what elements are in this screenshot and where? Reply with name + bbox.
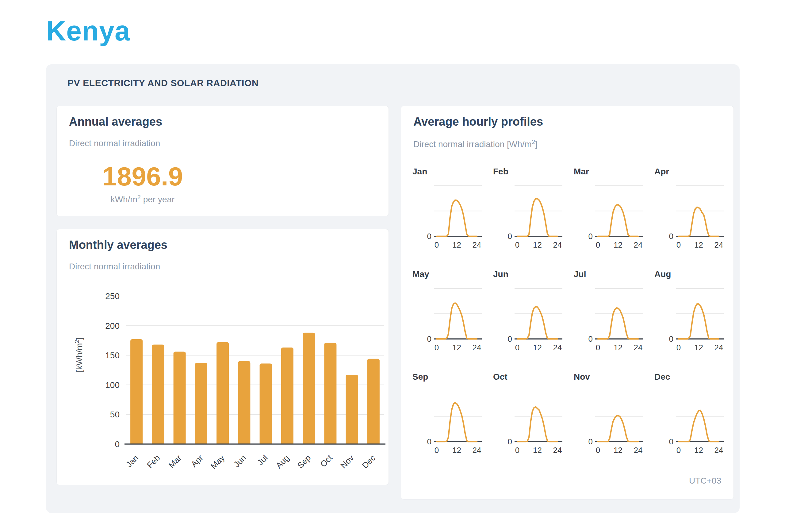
annual-unit-rest: per year xyxy=(141,194,175,204)
bar-apr xyxy=(195,363,207,444)
hourly-profile-dec: Dec001224 xyxy=(654,371,728,460)
profile-xtick-24: 24 xyxy=(553,343,562,352)
bar-xtick-apr: Apr xyxy=(189,453,205,469)
profile-xtick-0: 0 xyxy=(515,446,520,455)
bar-jun xyxy=(238,361,250,444)
page-title: Kenya xyxy=(46,15,130,47)
hourly-profile-jan: Jan001224 xyxy=(412,166,486,255)
profile-curve-may xyxy=(437,303,477,339)
annual-subtitle: Direct normal irradiation xyxy=(69,138,160,148)
hourly-profile-chart-jan[interactable]: 001224 xyxy=(412,180,486,253)
profile-ytick-0: 0 xyxy=(427,437,431,446)
annual-title: Annual averages xyxy=(69,115,162,128)
profile-ytick-0: 0 xyxy=(669,334,674,344)
hourly-profile-chart-apr[interactable]: 001224 xyxy=(654,180,728,253)
profile-xtick-24: 24 xyxy=(634,343,643,352)
profile-xtick-12: 12 xyxy=(614,343,623,352)
profile-curve-nov xyxy=(598,416,638,442)
hourly-profile-chart-oct[interactable]: 001224 xyxy=(493,385,567,458)
hourly-profile-chart-feb[interactable]: 001224 xyxy=(493,180,567,253)
annual-unit-sup: 2 xyxy=(137,194,141,201)
profile-xtick-0: 0 xyxy=(677,343,681,352)
profile-curve-jul xyxy=(598,308,638,339)
bar-ytick-200: 200 xyxy=(105,321,120,331)
page: Kenya PV ELECTRICITY AND SOLAR RADIATION… xyxy=(0,0,785,532)
month-label-aug: Aug xyxy=(654,268,728,282)
hourly-profile-aug: Aug001224 xyxy=(654,268,728,357)
bar-oct xyxy=(324,343,336,444)
bar-nov xyxy=(346,375,358,444)
profile-xtick-12: 12 xyxy=(614,240,623,249)
hourly-profile-chart-aug[interactable]: 001224 xyxy=(654,282,728,356)
month-label-jul: Jul xyxy=(574,268,647,282)
profile-xtick-12: 12 xyxy=(614,446,623,455)
profile-xtick-0: 0 xyxy=(434,446,439,455)
hourly-profile-chart-mar[interactable]: 001224 xyxy=(574,180,647,253)
bar-ytick-100: 100 xyxy=(105,380,120,390)
profile-curve-feb xyxy=(517,198,557,236)
profile-xtick-12: 12 xyxy=(452,240,461,249)
hourly-profile-chart-jul[interactable]: 001224 xyxy=(574,282,647,356)
profile-ytick-0: 0 xyxy=(508,232,512,241)
hourly-subtitle-base: Direct normal irradiation [Wh/m xyxy=(413,139,532,149)
profile-xtick-12: 12 xyxy=(533,343,542,352)
profile-xtick-24: 24 xyxy=(714,240,724,249)
hourly-subtitle: Direct normal irradiation [Wh/m2] xyxy=(413,138,537,149)
hourly-profile-mar: Mar001224 xyxy=(574,166,647,255)
monthly-bar-chart[interactable]: 050100150200250[kWh/m2]JanFebMarAprMayJu… xyxy=(57,275,388,484)
hourly-profile-apr: Apr001224 xyxy=(654,166,728,255)
profile-xtick-0: 0 xyxy=(677,446,681,455)
bar-jul xyxy=(260,364,272,444)
month-label-nov: Nov xyxy=(574,371,647,385)
hourly-title: Average hourly profiles xyxy=(413,115,543,128)
hourly-profile-jul: Jul001224 xyxy=(574,268,647,357)
bar-xtick-nov: Nov xyxy=(339,453,356,471)
profile-xtick-12: 12 xyxy=(533,240,542,249)
profile-xtick-0: 0 xyxy=(434,240,439,249)
profile-curve-aug xyxy=(679,304,719,339)
hourly-profile-chart-sep[interactable]: 001224 xyxy=(412,385,486,458)
profile-xtick-12: 12 xyxy=(694,446,703,455)
bar-xtick-may: May xyxy=(209,453,227,471)
hourly-profile-chart-nov[interactable]: 001224 xyxy=(574,385,647,458)
month-label-jan: Jan xyxy=(412,166,486,180)
hourly-profile-chart-dec[interactable]: 001224 xyxy=(654,385,728,458)
bar-feb xyxy=(152,344,164,444)
profile-xtick-24: 24 xyxy=(473,446,481,455)
profile-xtick-0: 0 xyxy=(596,446,600,455)
profile-curve-sep xyxy=(437,403,477,442)
bar-mar xyxy=(174,352,186,444)
hourly-profile-chart-may[interactable]: 001224 xyxy=(412,282,486,356)
profile-ytick-0: 0 xyxy=(669,232,674,241)
hourly-profile-chart-jun[interactable]: 001224 xyxy=(493,282,567,356)
profile-xtick-12: 12 xyxy=(694,343,703,352)
profile-xtick-12: 12 xyxy=(694,240,703,249)
month-label-feb: Feb xyxy=(493,166,567,180)
timezone-label: UTC+03 xyxy=(689,476,721,486)
hourly-profile-may: May001224 xyxy=(412,268,486,357)
bar-ytick-0: 0 xyxy=(115,440,120,449)
bar-sep xyxy=(303,333,315,444)
profile-xtick-24: 24 xyxy=(553,446,562,455)
profile-xtick-0: 0 xyxy=(596,240,600,249)
bar-ytick-250: 250 xyxy=(105,291,120,301)
month-label-apr: Apr xyxy=(654,166,728,180)
bar-xtick-jul: Jul xyxy=(255,453,270,467)
profile-xtick-24: 24 xyxy=(634,240,643,249)
bar-y-axis-label: [kWh/m2] xyxy=(74,338,84,372)
hourly-profile-oct: Oct001224 xyxy=(493,371,567,460)
annual-averages-card: Annual averages Direct normal irradiatio… xyxy=(56,106,389,216)
profile-curve-jun xyxy=(517,307,557,339)
profile-xtick-0: 0 xyxy=(515,343,520,352)
hourly-profile-sep: Sep001224 xyxy=(412,371,486,460)
hourly-profiles-card: Average hourly profiles Direct normal ir… xyxy=(401,106,734,500)
profile-xtick-12: 12 xyxy=(452,446,461,455)
month-label-oct: Oct xyxy=(493,371,567,385)
annual-unit-base: kWh/m xyxy=(111,194,137,204)
profile-curve-oct xyxy=(517,407,557,442)
profile-ytick-0: 0 xyxy=(508,334,512,344)
profile-ytick-0: 0 xyxy=(427,334,431,344)
bar-xtick-jan: Jan xyxy=(124,453,140,469)
monthly-title: Monthly averages xyxy=(69,238,168,251)
hourly-subtitle-sup: 2 xyxy=(532,138,535,145)
